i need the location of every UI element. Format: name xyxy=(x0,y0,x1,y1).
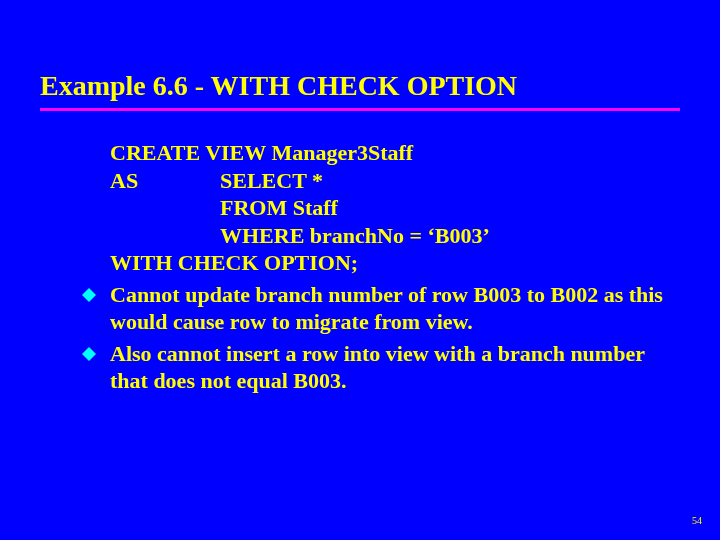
sql-code-block: CREATE VIEW Manager3Staff ASSELECT * FRO… xyxy=(110,139,680,277)
diamond-bullet-icon xyxy=(82,288,106,302)
bullet-text: Also cannot insert a row into view with … xyxy=(110,340,680,395)
diamond-bullet-icon xyxy=(82,347,106,361)
code-line: ASSELECT * xyxy=(110,167,680,195)
code-line: FROM Staff xyxy=(110,194,680,222)
slide-title: Example 6.6 - WITH CHECK OPTION xyxy=(40,70,680,111)
bullet-text: Cannot update branch number of row B003 … xyxy=(110,281,680,336)
bullet-list: Cannot update branch number of row B003 … xyxy=(110,281,680,395)
bullet-item: Cannot update branch number of row B003 … xyxy=(110,281,680,336)
page-number: 54 xyxy=(692,515,702,526)
svg-marker-0 xyxy=(82,288,96,302)
code-line: CREATE VIEW Manager3Staff xyxy=(110,139,680,167)
slide-body: CREATE VIEW Manager3Staff ASSELECT * FRO… xyxy=(40,139,680,395)
svg-marker-1 xyxy=(82,347,96,361)
slide: Example 6.6 - WITH CHECK OPTION CREATE V… xyxy=(0,0,720,540)
bullet-item: Also cannot insert a row into view with … xyxy=(110,340,680,395)
code-line: WHERE branchNo = ‘B003’ xyxy=(110,222,680,250)
code-line: WITH CHECK OPTION; xyxy=(110,249,680,277)
